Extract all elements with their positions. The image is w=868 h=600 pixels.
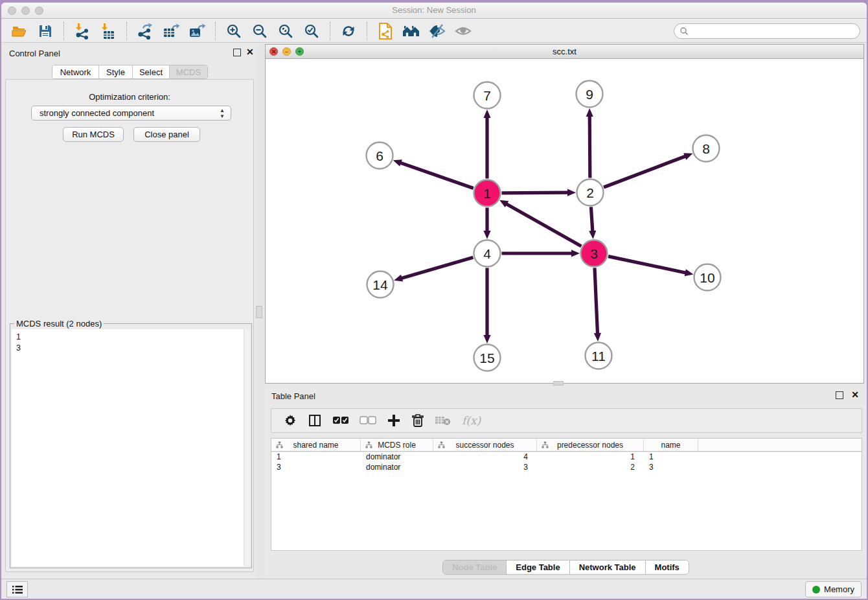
zoom-fit-icon[interactable] — [276, 21, 295, 41]
export-network-icon[interactable] — [135, 21, 155, 41]
graph-node-label: 2 — [586, 185, 594, 200]
table-row[interactable]: 1dominator411 — [271, 452, 862, 462]
close-panel-button[interactable]: Close panel — [133, 127, 200, 142]
column-header-MCDS-role[interactable]: MCDS role — [361, 439, 433, 451]
run-mcds-button[interactable]: Run MCDS — [63, 127, 124, 142]
table-body: 1dominator4113dominator323 — [271, 452, 862, 472]
table-cell[interactable]: 1 — [644, 452, 698, 461]
zoom-in-icon[interactable] — [224, 21, 244, 41]
graph-edge-3-1[interactable] — [506, 203, 582, 246]
table-close-panel-icon[interactable]: ✕ — [851, 389, 859, 400]
settings-gear-icon[interactable] — [283, 411, 297, 430]
mcds-result-list[interactable]: 1 3 — [12, 329, 244, 566]
table-cell[interactable]: 3 — [433, 463, 537, 472]
graph-edge-arrowhead — [589, 231, 596, 239]
horizontal-splitter-handle[interactable] — [553, 381, 564, 386]
tab-edge-table[interactable]: Edge Table — [507, 560, 569, 574]
table-row[interactable]: 3dominator323 — [271, 462, 862, 472]
edit-column-icon — [438, 441, 445, 448]
tab-mcds[interactable]: MCDS — [170, 65, 207, 78]
graph-edge-2-3[interactable] — [591, 207, 592, 232]
title-bar: Session: New Session — [1, 3, 867, 19]
graph-node-label: 7 — [483, 88, 491, 103]
graph-edge-2-8[interactable] — [604, 156, 686, 187]
tab-node-table[interactable]: Node Table — [443, 560, 507, 574]
toolbar-separator — [330, 22, 330, 40]
add-column-icon[interactable] — [387, 411, 401, 430]
application-window: Session: New Session — [1, 3, 867, 599]
column-header-label: successor nodes — [455, 441, 514, 450]
table-cell[interactable]: 1 — [537, 452, 644, 461]
graph-node-label: 4 — [483, 246, 491, 261]
column-header-predecessor-nodes[interactable]: predecessor nodes — [537, 439, 644, 451]
deselect-all-icon[interactable] — [360, 411, 376, 430]
export-table-icon[interactable] — [161, 21, 181, 41]
task-history-button[interactable] — [6, 581, 28, 597]
column-header-label: MCDS role — [378, 441, 416, 450]
toolbar-separator — [126, 22, 127, 40]
control-panel: Control Panel ✕ Network Style Select MCD… — [1, 43, 258, 579]
graph-edge-1-2[interactable] — [501, 192, 569, 193]
mcds-tab-content: Optimization criterion: strongly connect… — [5, 79, 254, 572]
show-column-panel-icon[interactable] — [308, 411, 322, 430]
network-window-title: scc.txt — [266, 47, 863, 56]
column-header-shared-name[interactable]: shared name — [271, 439, 361, 451]
delete-column-icon[interactable] — [411, 411, 424, 430]
first-neighbors-icon[interactable] — [402, 21, 421, 41]
vertical-splitter-handle[interactable] — [256, 306, 262, 318]
node-table[interactable]: shared nameMCDS rolesuccessor nodesprede… — [271, 438, 862, 551]
result-scrollbar[interactable] — [244, 329, 250, 566]
control-panel-tabs: Network Style Select MCDS — [52, 65, 208, 79]
new-network-from-selection-icon[interactable] — [376, 21, 395, 41]
memory-button[interactable]: Memory — [805, 581, 862, 597]
toolbar-separator — [215, 22, 216, 40]
tab-network-table[interactable]: Network Table — [570, 560, 646, 574]
graph-edge-3-11[interactable] — [595, 268, 598, 334]
column-header-name[interactable]: name — [644, 439, 698, 451]
export-image-icon[interactable] — [187, 21, 207, 41]
table-cell[interactable]: 3 — [271, 463, 361, 472]
column-header-successor-nodes[interactable]: successor nodes — [433, 439, 537, 451]
open-session-icon[interactable] — [10, 21, 29, 41]
zoom-selected-icon[interactable] — [302, 21, 321, 41]
graph-edge-1-6[interactable] — [400, 163, 474, 189]
control-panel-header: Control Panel ✕ — [1, 43, 258, 62]
window-title: Session: New Session — [1, 5, 867, 15]
show-all-icon[interactable] — [453, 21, 473, 41]
criterion-select[interactable]: strongly connected component ▲▼ — [31, 106, 231, 121]
mcds-result-title: MCDS result (2 nodes) — [14, 319, 104, 329]
main-toolbar — [1, 19, 867, 43]
float-panel-icon[interactable] — [233, 49, 241, 56]
import-table-icon[interactable] — [98, 21, 118, 41]
table-cell[interactable]: dominator — [361, 463, 433, 472]
table-float-panel-icon[interactable] — [836, 391, 843, 399]
table-cell[interactable]: 2 — [537, 463, 644, 472]
save-session-icon[interactable] — [36, 21, 55, 41]
tab-motifs[interactable]: Motifs — [646, 560, 689, 574]
table-toolbar: f(x) — [271, 408, 862, 433]
tab-style[interactable]: Style — [99, 65, 133, 78]
edit-column-icon — [365, 441, 372, 448]
graph-edge-2-9[interactable] — [589, 115, 590, 178]
tab-select[interactable]: Select — [133, 65, 170, 78]
table-cell[interactable]: 4 — [433, 452, 537, 461]
table-cell[interactable]: dominator — [361, 452, 433, 461]
memory-status-icon — [812, 586, 820, 594]
function-builder-icon[interactable]: f(x) — [462, 411, 481, 430]
graph-edge-arrowhead — [571, 249, 580, 257]
network-canvas[interactable]: 1234678910111415 — [266, 59, 863, 383]
table-cell[interactable]: 1 — [271, 452, 361, 461]
delete-table-icon[interactable] — [435, 411, 451, 430]
select-all-icon[interactable] — [332, 411, 349, 430]
import-network-icon[interactable] — [73, 21, 92, 41]
hide-selected-icon[interactable] — [428, 21, 447, 41]
graph-edge-3-10[interactable] — [608, 257, 687, 273]
tab-network[interactable]: Network — [52, 65, 99, 78]
select-stepper-icon: ▲▼ — [220, 108, 225, 119]
graph-edge-4-14[interactable] — [401, 257, 474, 278]
search-input[interactable] — [674, 23, 860, 39]
apply-layout-icon[interactable] — [339, 21, 358, 41]
zoom-out-icon[interactable] — [250, 21, 269, 41]
close-panel-icon[interactable]: ✕ — [246, 47, 254, 57]
table-cell[interactable]: 3 — [644, 463, 698, 472]
